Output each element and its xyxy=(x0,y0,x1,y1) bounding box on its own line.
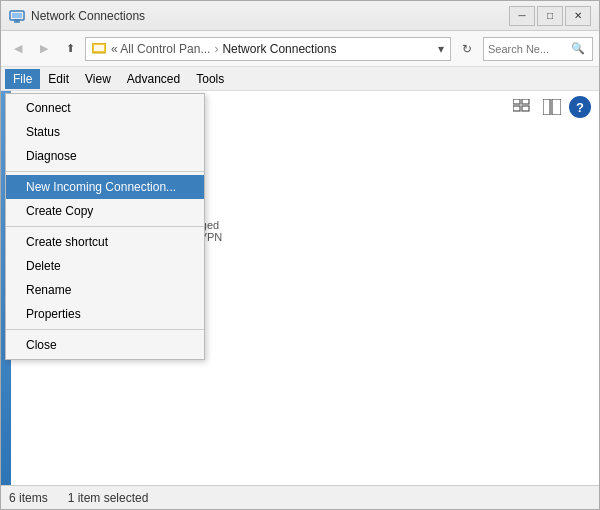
menu-separator-2 xyxy=(6,226,204,227)
window-icon xyxy=(9,8,25,24)
title-bar: Network Connections ─ □ ✕ xyxy=(1,1,599,31)
refresh-button[interactable]: ↻ xyxy=(455,37,479,61)
svg-rect-7 xyxy=(513,99,520,104)
help-button[interactable]: ? xyxy=(569,96,591,118)
address-path[interactable]: « All Control Pan... › Network Connectio… xyxy=(85,37,451,61)
file-dropdown-menu: Connect Status Diagnose New Incoming Con… xyxy=(5,93,205,360)
selection-count: 1 item selected xyxy=(68,491,149,505)
pane-toggle-button[interactable] xyxy=(539,95,565,119)
menu-file[interactable]: File Connect Status Diagnose New Incomin… xyxy=(5,69,40,89)
up-button[interactable]: ⬆ xyxy=(59,38,81,60)
breadcrumb-part1: « All Control Pan... xyxy=(92,42,210,56)
window-controls: ─ □ ✕ xyxy=(509,6,591,26)
maximize-button[interactable]: □ xyxy=(537,6,563,26)
svg-rect-8 xyxy=(522,99,529,104)
svg-rect-9 xyxy=(513,106,520,111)
menu-connect[interactable]: Connect xyxy=(6,96,204,120)
address-bar: ◀ ▶ ⬆ « All Control Pan... › Network Con… xyxy=(1,31,599,67)
close-button[interactable]: ✕ xyxy=(565,6,591,26)
svg-rect-12 xyxy=(552,99,561,115)
menu-diagnose[interactable]: Diagnose xyxy=(6,144,204,168)
menu-properties[interactable]: Properties xyxy=(6,302,204,326)
svg-rect-1 xyxy=(12,13,22,18)
svg-rect-11 xyxy=(543,99,550,115)
menu-new-incoming[interactable]: New Incoming Connection... xyxy=(6,175,204,199)
menu-status[interactable]: Status xyxy=(6,120,204,144)
window-title: Network Connections xyxy=(31,9,509,23)
search-box[interactable]: 🔍 xyxy=(483,37,593,61)
change-view-button[interactable] xyxy=(509,95,535,119)
menu-bar: File Connect Status Diagnose New Incomin… xyxy=(1,67,599,91)
item-count: 6 items xyxy=(9,491,48,505)
menu-create-copy[interactable]: Create Copy xyxy=(6,199,204,223)
menu-tools[interactable]: Tools xyxy=(188,69,232,89)
menu-advanced[interactable]: Advanced xyxy=(119,69,188,89)
menu-separator-3 xyxy=(6,329,204,330)
forward-button[interactable]: ▶ xyxy=(33,38,55,60)
svg-rect-10 xyxy=(522,106,529,111)
window: Network Connections ─ □ ✕ ◀ ▶ ⬆ « All Co… xyxy=(0,0,600,510)
back-button[interactable]: ◀ xyxy=(7,38,29,60)
menu-separator-1 xyxy=(6,171,204,172)
breadcrumb-separator: › xyxy=(214,42,218,56)
svg-rect-6 xyxy=(94,45,104,51)
menu-view[interactable]: View xyxy=(77,69,119,89)
breadcrumb-current: Network Connections xyxy=(222,42,336,56)
menu-create-shortcut[interactable]: Create shortcut xyxy=(6,230,204,254)
status-bar: 6 items 1 item selected xyxy=(1,485,599,509)
menu-rename[interactable]: Rename xyxy=(6,278,204,302)
menu-delete[interactable]: Delete xyxy=(6,254,204,278)
menu-edit[interactable]: Edit xyxy=(40,69,77,89)
search-icon: 🔍 xyxy=(571,42,585,55)
view-toolbar: ? xyxy=(501,91,599,123)
search-input[interactable] xyxy=(488,43,568,55)
menu-close[interactable]: Close xyxy=(6,333,204,357)
minimize-button[interactable]: ─ xyxy=(509,6,535,26)
breadcrumb-dropdown-icon[interactable]: ▾ xyxy=(438,42,444,56)
